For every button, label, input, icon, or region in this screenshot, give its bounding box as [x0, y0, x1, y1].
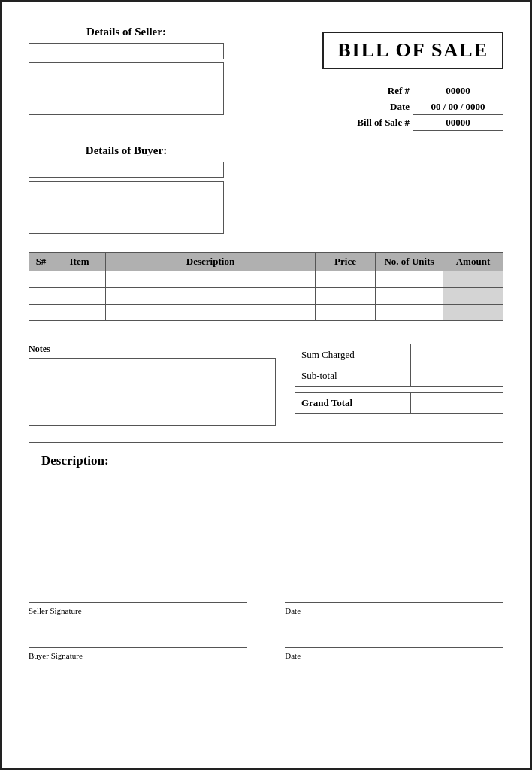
- cell-units3[interactable]: [376, 305, 443, 321]
- table-row: [29, 271, 503, 288]
- buyer-date-label: Date: [285, 651, 503, 660]
- description-content[interactable]: [41, 474, 491, 557]
- cell-desc2[interactable]: [106, 288, 316, 305]
- grand-total-value[interactable]: [411, 393, 503, 414]
- col-s-num: S#: [29, 253, 53, 271]
- buyer-sig-row: Buyer Signature Date: [29, 635, 503, 660]
- seller-block: Details of Seller:: [29, 26, 224, 118]
- cell-amount3[interactable]: [443, 305, 503, 321]
- items-section: S# Item Description Price No. of Units A…: [29, 252, 503, 321]
- signatures-section: Seller Signature Date Buyer Signature Da…: [29, 590, 503, 660]
- cell-amount1[interactable]: [443, 271, 503, 288]
- seller-sig-line[interactable]: [29, 590, 247, 603]
- date-value[interactable]: 00 / 00 / 0000: [413, 99, 503, 115]
- seller-address-field[interactable]: [29, 62, 224, 115]
- cell-price3[interactable]: [316, 305, 376, 321]
- grand-total-row: Grand Total: [295, 393, 503, 414]
- cell-price2[interactable]: [316, 288, 376, 305]
- cell-units1[interactable]: [376, 271, 443, 288]
- sum-charged-value[interactable]: [411, 344, 503, 365]
- description-section[interactable]: Description:: [29, 442, 503, 568]
- items-table: S# Item Description Price No. of Units A…: [29, 252, 503, 321]
- cell-desc3[interactable]: [106, 305, 316, 321]
- ref-label: Ref #: [354, 83, 413, 99]
- bill-num-label: Bill of Sale #: [354, 115, 413, 131]
- sum-charged-label: Sum Charged: [295, 344, 410, 365]
- cell-s3[interactable]: [29, 305, 53, 321]
- notes-area[interactable]: [29, 358, 276, 426]
- table-row: [29, 305, 503, 321]
- cell-item2[interactable]: [53, 288, 106, 305]
- cell-s1[interactable]: [29, 271, 53, 288]
- subtotal-row: Sub-total: [295, 365, 503, 387]
- seller-sig-block: Seller Signature: [29, 590, 247, 615]
- cell-price1[interactable]: [316, 271, 376, 288]
- description-title: Description:: [41, 453, 491, 468]
- bill-title: BILL OF SALE: [322, 32, 503, 69]
- cell-desc1[interactable]: [106, 271, 316, 288]
- subtotal-value[interactable]: [411, 365, 503, 387]
- totals-spacer: [295, 387, 503, 393]
- cell-item1[interactable]: [53, 271, 106, 288]
- buyer-section: Details of Buyer:: [29, 144, 503, 234]
- sum-charged-row: Sum Charged: [295, 344, 503, 365]
- seller-sig-label: Seller Signature: [29, 606, 247, 615]
- col-item: Item: [53, 253, 106, 271]
- totals-block: Sum Charged Sub-total Grand Total: [295, 344, 503, 426]
- seller-name-field[interactable]: [29, 43, 224, 59]
- col-amount: Amount: [443, 253, 503, 271]
- seller-date-label: Date: [285, 606, 503, 615]
- seller-date-line[interactable]: [285, 590, 503, 603]
- notes-block: Notes: [29, 344, 276, 426]
- bill-num-value[interactable]: 00000: [413, 115, 503, 131]
- cell-item3[interactable]: [53, 305, 106, 321]
- bill-of-sale-page: Details of Seller: BILL OF SALE Ref # 00…: [0, 0, 532, 770]
- cell-s2[interactable]: [29, 288, 53, 305]
- buyer-label: Details of Buyer:: [29, 144, 224, 157]
- cell-units2[interactable]: [376, 288, 443, 305]
- col-price: Price: [316, 253, 376, 271]
- ref-value[interactable]: 00000: [413, 83, 503, 99]
- buyer-date-block: Date: [285, 635, 503, 660]
- buyer-sig-block: Buyer Signature: [29, 635, 247, 660]
- seller-sig-row: Seller Signature Date: [29, 590, 503, 615]
- ref-table: Ref # 00000 Date 00 / 00 / 0000 Bill of …: [354, 83, 503, 131]
- notes-totals-section: Notes Sum Charged Sub-total Grand Total: [29, 344, 503, 426]
- date-label: Date: [354, 99, 413, 115]
- seller-label: Details of Seller:: [29, 26, 224, 38]
- buyer-name-field[interactable]: [29, 162, 224, 178]
- col-description: Description: [106, 253, 316, 271]
- buyer-sig-label: Buyer Signature: [29, 651, 247, 660]
- header-section: Details of Seller: BILL OF SALE Ref # 00…: [29, 26, 503, 131]
- seller-date-block: Date: [285, 590, 503, 615]
- totals-table: Sum Charged Sub-total Grand Total: [295, 344, 503, 414]
- buyer-sig-line[interactable]: [29, 635, 247, 648]
- bill-title-block: BILL OF SALE Ref # 00000 Date 00 / 00 / …: [322, 26, 503, 131]
- buyer-date-line[interactable]: [285, 635, 503, 648]
- cell-amount2[interactable]: [443, 288, 503, 305]
- buyer-address-field[interactable]: [29, 181, 224, 234]
- table-row: [29, 288, 503, 305]
- notes-label: Notes: [29, 344, 276, 355]
- col-num-units: No. of Units: [376, 253, 443, 271]
- grand-total-label: Grand Total: [295, 393, 410, 414]
- subtotal-label: Sub-total: [295, 365, 410, 387]
- buyer-block: Details of Buyer:: [29, 144, 224, 234]
